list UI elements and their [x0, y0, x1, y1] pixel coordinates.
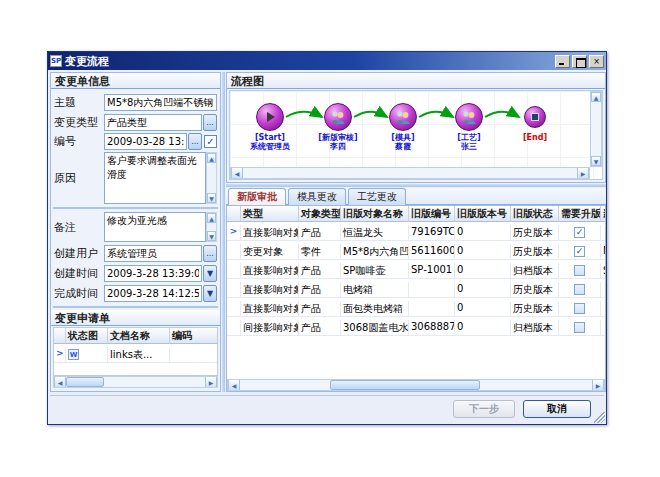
remark-scrollbar[interactable]: ▲ ▼ — [206, 212, 217, 242]
row-selector[interactable] — [227, 320, 241, 336]
main-col-header[interactable] — [227, 206, 241, 222]
scroll-up-icon[interactable]: ▲ — [207, 213, 216, 223]
request-col-header[interactable]: 编码 — [170, 328, 218, 344]
old-number-cell: 79169TC — [409, 225, 455, 241]
resize-grip[interactable] — [594, 412, 605, 423]
scroll-up-icon[interactable]: ▲ — [591, 92, 601, 102]
change-type-input[interactable] — [104, 114, 202, 131]
scroll-left-icon[interactable]: ◀ — [231, 168, 243, 178]
request-table-hscrollbar[interactable]: ◀ ▶ — [53, 376, 218, 388]
scroll-right-icon[interactable]: ▶ — [592, 380, 604, 390]
upgrade-cell — [559, 263, 601, 279]
request-col-header[interactable]: 文档名称 — [108, 328, 170, 344]
main-col-header[interactable]: 对象类型 — [299, 206, 341, 222]
scroll-down-icon[interactable]: ▼ — [591, 156, 601, 166]
table-row[interactable]: 变更对象零件M5*8内六角凹...56116000历史版本✓M5*8... — [227, 244, 605, 263]
row-selector[interactable] — [227, 244, 241, 260]
tab-工艺更改[interactable]: 工艺更改 — [348, 188, 406, 205]
object-type-cell: 零件 — [299, 244, 341, 260]
scroll-right-icon[interactable]: ▶ — [577, 168, 589, 178]
row-selector[interactable] — [227, 282, 241, 298]
scroll-up-icon[interactable]: ▲ — [207, 153, 216, 163]
close-button[interactable]: × — [589, 55, 604, 68]
finish-time-dropdown-icon[interactable]: ▼ — [203, 285, 217, 302]
tab-新版审批[interactable]: 新版审批 — [228, 188, 286, 205]
upgrade-cell: ✓ — [559, 225, 601, 241]
request-col-header[interactable]: 状态图 — [66, 328, 108, 344]
creator-input[interactable] — [104, 245, 202, 262]
creator-browse-button[interactable]: ... — [203, 245, 217, 262]
create-time-dropdown-icon[interactable]: ▼ — [203, 265, 217, 282]
scroll-left-icon[interactable]: ◀ — [228, 380, 240, 390]
request-table[interactable]: 状态图文档名称编码 >Wlinks表...普通 — [53, 327, 218, 376]
finish-time-input[interactable] — [104, 285, 202, 302]
create-time-input[interactable] — [104, 265, 202, 282]
checkbox-unchecked-icon[interactable] — [574, 284, 585, 295]
checkbox-unchecked-icon[interactable] — [574, 265, 585, 276]
scroll-right-icon[interactable]: ▶ — [205, 377, 217, 387]
minimize-button[interactable] — [555, 55, 570, 68]
checkbox-checked-icon[interactable]: ✓ — [574, 227, 585, 238]
table-row[interactable]: 直接影响对象产品面包类电烤箱0历史版本 — [227, 301, 605, 320]
tab-模具更改[interactable]: 模具更改 — [288, 188, 346, 205]
flow-node-工艺[interactable] — [455, 103, 483, 131]
table-hscrollbar[interactable]: ◀ ▶ — [227, 379, 605, 391]
number-browse-button[interactable]: ... — [188, 133, 202, 150]
change-type-browse-button[interactable]: ... — [203, 114, 217, 131]
old-status-cell: 归档版本 — [511, 320, 559, 336]
scroll-down-icon[interactable]: ▼ — [207, 231, 216, 241]
row-selector[interactable]: > — [227, 225, 241, 241]
table-row[interactable]: 直接影响对象产品SP咖啡壶SP-10010归档版本SP咖... — [227, 263, 605, 282]
request-col-header[interactable] — [54, 328, 66, 344]
reason-textarea[interactable]: 客户要求调整表面光滑度 — [104, 152, 206, 204]
checkbox-unchecked-icon[interactable] — [574, 303, 585, 314]
remark-textarea[interactable]: 修改为亚光感 — [104, 212, 206, 242]
flow-canvas[interactable]: [Start] 系统管理员[新版审核] 李四[模具] 蔡霞[工艺] 张三[End… — [229, 90, 603, 180]
affected-objects-table[interactable]: 类型对象类型旧版对象名称旧版编号旧版版本号旧版状态需要升版新版 >直接影响对象产… — [226, 205, 606, 392]
main-col-header[interactable]: 旧版对象名称 — [341, 206, 409, 222]
main-col-header[interactable]: 旧版版本号 — [455, 206, 511, 222]
cancel-button[interactable]: 取消 — [523, 400, 591, 418]
flow-node-end[interactable] — [524, 106, 546, 128]
horizontal-splitter[interactable] — [226, 184, 606, 187]
flow-node-模具[interactable] — [389, 103, 417, 131]
flow-node-新版审核[interactable] — [324, 103, 352, 131]
new-name-cell — [601, 225, 606, 241]
table-row[interactable]: 直接影响对象产品电烤箱0历史版本 — [227, 282, 605, 301]
people-icon — [461, 110, 477, 124]
table-row[interactable]: 间接影响对象产品3068圆盖电水壶30688870归档版本 — [227, 320, 605, 339]
row-selector[interactable]: > — [54, 347, 66, 363]
row-selector[interactable] — [227, 301, 241, 317]
old-number-cell: SP-1001 — [409, 263, 455, 279]
main-col-header[interactable]: 新版 — [601, 206, 606, 222]
row-selector[interactable] — [227, 263, 241, 279]
next-button[interactable]: 下一步 — [453, 400, 515, 418]
flow-node-start[interactable] — [256, 103, 284, 131]
new-name-cell — [601, 282, 606, 298]
main-col-header[interactable]: 旧版编号 — [409, 206, 455, 222]
number-input[interactable] — [104, 133, 187, 150]
table-row[interactable]: >直接影响对象产品恒温龙头79169TC0历史版本✓ — [227, 225, 605, 244]
title-bar[interactable]: SP 变更流程 × — [48, 52, 606, 70]
reason-scrollbar[interactable]: ▲ ▼ — [206, 152, 217, 204]
maximize-button[interactable] — [572, 55, 587, 68]
flow-vscrollbar[interactable]: ▲ ▼ — [590, 91, 602, 167]
checkbox-checked-icon[interactable]: ✓ — [574, 246, 585, 257]
new-name-cell: SP咖... — [601, 263, 606, 279]
number-checkbox[interactable]: ✓ — [204, 135, 217, 148]
main-col-header[interactable]: 旧版状态 — [511, 206, 559, 222]
change-process-dialog: SP 变更流程 × 变更单信息 主题 变更类型 ... 编号 ... ✓ 原因 … — [47, 51, 607, 425]
checkbox-unchecked-icon[interactable] — [574, 322, 585, 333]
object-type-cell: 产品 — [299, 282, 341, 298]
scroll-down-icon[interactable]: ▼ — [207, 193, 216, 203]
flow-hscrollbar[interactable]: ◀ ▶ — [230, 167, 590, 179]
people-icon — [330, 110, 346, 124]
doc-name-cell[interactable]: links表... — [108, 347, 170, 363]
word-doc-icon: W — [68, 349, 79, 360]
main-col-header[interactable]: 需要升版 — [559, 206, 601, 222]
scroll-left-icon[interactable]: ◀ — [54, 377, 66, 387]
people-icon — [395, 110, 411, 124]
subject-input[interactable] — [104, 94, 217, 111]
main-col-header[interactable]: 类型 — [241, 206, 299, 222]
vertical-splitter[interactable] — [222, 72, 225, 392]
